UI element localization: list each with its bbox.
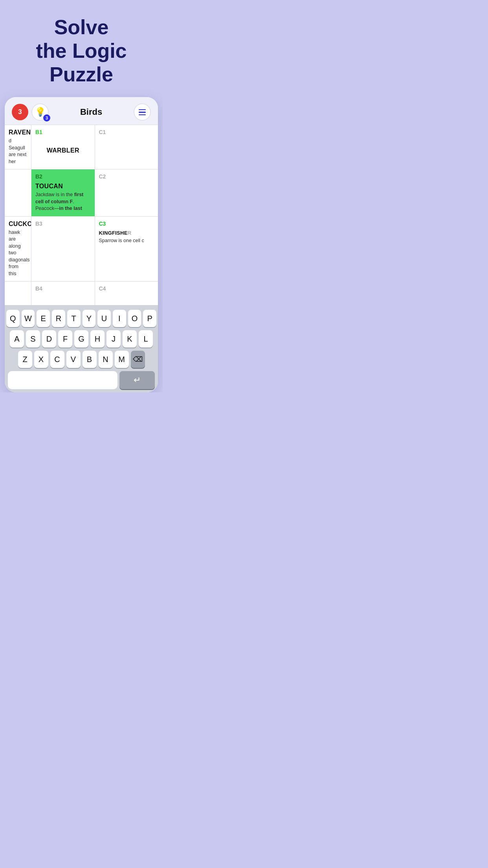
cell-b2-word: TOUCAN: [35, 183, 91, 190]
keyboard-row-3: Z X C V B N M ⌫: [6, 351, 156, 368]
hero-title: Solve the Logic Puzzle: [0, 16, 163, 86]
cell-b1-word: WARBLER: [47, 147, 79, 154]
cell-b3-label: B3: [35, 221, 91, 227]
cell-c3-clue: Sparrow is one cell c: [99, 237, 154, 245]
cell-b2-label: B2: [35, 173, 91, 180]
key-q[interactable]: Q: [6, 310, 20, 327]
menu-line-1: [139, 109, 146, 110]
hearts-badge: 3: [12, 104, 28, 120]
key-n[interactable]: N: [99, 351, 113, 368]
key-backspace[interactable]: ⌫: [131, 351, 145, 368]
cell-b2-clue: Jackdaw is in the first cell of column F…: [35, 191, 91, 212]
return-key[interactable]: ↵: [119, 371, 155, 389]
cell-a1-clue: d Seagull are next her: [9, 138, 27, 165]
key-l[interactable]: L: [139, 330, 153, 348]
key-u[interactable]: U: [97, 310, 111, 327]
key-k[interactable]: K: [123, 330, 137, 348]
puzzle-grid: RAVEN d Seagull are next her B1 WARBLER …: [5, 125, 158, 305]
hints-count: 3: [43, 114, 50, 121]
key-b[interactable]: B: [83, 351, 97, 368]
puzzle-title: Birds: [80, 107, 102, 117]
cell-a3[interactable]: CUCKOO hawk are along two diagonals from…: [5, 217, 31, 281]
app-card: 3 💡 3 Birds RAVEN d Seagull are next her…: [5, 97, 158, 392]
cell-c3-word: KINGFISHER: [99, 230, 154, 236]
text-input[interactable]: [8, 371, 117, 389]
cell-a3-word: CUCKOO: [9, 221, 27, 228]
key-c[interactable]: C: [50, 351, 64, 368]
key-v[interactable]: V: [66, 351, 81, 368]
keyboard-bottom-row: ↵: [6, 371, 156, 389]
keyboard-row-1: Q W E R T Y U I O P: [6, 310, 156, 327]
key-p[interactable]: P: [143, 310, 156, 327]
menu-button[interactable]: [134, 103, 151, 121]
cell-c4-label: C4: [99, 285, 154, 292]
cell-c2-label: C2: [99, 173, 154, 180]
key-i[interactable]: I: [113, 310, 126, 327]
key-d[interactable]: D: [42, 330, 56, 348]
cell-b2[interactable]: B2 TOUCAN Jackdaw is in the first cell o…: [31, 169, 95, 216]
cell-b4-label: B4: [35, 285, 91, 292]
key-h[interactable]: H: [90, 330, 105, 348]
key-o[interactable]: O: [128, 310, 141, 327]
key-g[interactable]: G: [74, 330, 88, 348]
key-s[interactable]: S: [26, 330, 40, 348]
cell-c4[interactable]: C4: [95, 281, 158, 305]
cell-c2[interactable]: C2: [95, 169, 158, 216]
cell-a2[interactable]: [5, 169, 31, 216]
key-t[interactable]: T: [67, 310, 81, 327]
cell-a1-word: RAVEN: [9, 129, 27, 136]
bulb-badge-wrap: 💡 3: [31, 103, 49, 121]
key-y[interactable]: Y: [83, 310, 96, 327]
key-x[interactable]: X: [34, 351, 48, 368]
key-a[interactable]: A: [10, 330, 24, 348]
key-f[interactable]: F: [58, 330, 72, 348]
cell-a3-clue: hawk are along two diagonals from this: [9, 229, 27, 278]
key-m[interactable]: M: [115, 351, 129, 368]
key-j[interactable]: J: [106, 330, 121, 348]
key-w[interactable]: W: [22, 310, 35, 327]
cell-b4[interactable]: B4: [31, 281, 95, 305]
cell-c1[interactable]: C1: [95, 125, 158, 169]
cell-c1-label: C1: [99, 129, 154, 135]
key-r[interactable]: R: [52, 310, 65, 327]
key-z[interactable]: Z: [18, 351, 32, 368]
cell-a4[interactable]: [5, 281, 31, 305]
keyboard-area: Q W E R T Y U I O P A S D F G H J K L Z …: [5, 305, 158, 392]
cell-c3-label: C3: [99, 221, 154, 227]
menu-line-3: [139, 114, 146, 116]
app-header: 3 💡 3 Birds: [5, 97, 158, 125]
cell-b3[interactable]: B3: [31, 217, 95, 281]
cell-b1[interactable]: B1 WARBLER: [31, 125, 95, 169]
keyboard-row-2: A S D F G H J K L: [6, 330, 156, 348]
key-e[interactable]: E: [37, 310, 50, 327]
hearts-count: 3: [18, 108, 22, 116]
header-left: 3 💡 3: [12, 103, 49, 121]
cell-c3[interactable]: C3 KINGFISHER Sparrow is one cell c: [95, 217, 158, 281]
cell-a1[interactable]: RAVEN d Seagull are next her: [5, 125, 31, 169]
menu-line-2: [139, 112, 146, 113]
cell-b1-label: B1: [35, 129, 91, 135]
